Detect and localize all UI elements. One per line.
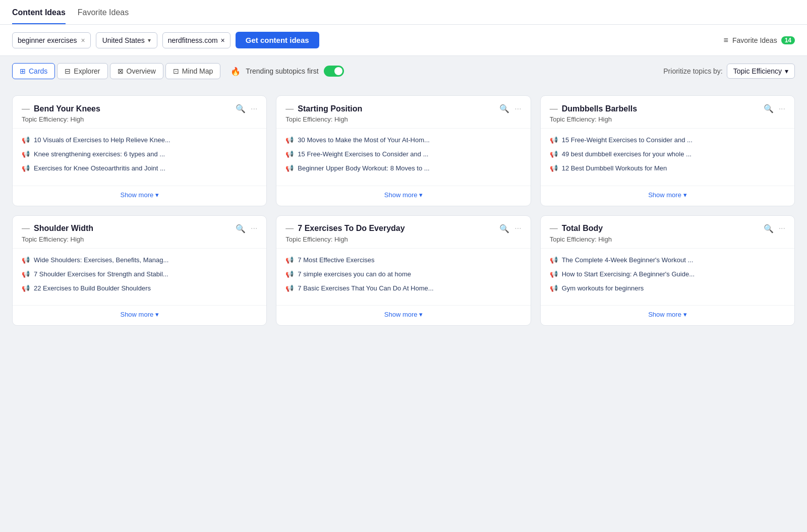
more-options-icon[interactable]: ··· — [251, 224, 257, 233]
card-efficiency: Topic Efficiency: High — [22, 115, 257, 123]
card-item-text: 15 Free-Weight Exercises to Consider and… — [298, 150, 428, 159]
card-body: 📢 Wide Shoulders: Exercises, Benefits, M… — [13, 249, 266, 306]
favorite-count-badge: 14 — [781, 36, 795, 44]
view-mindmap-button[interactable]: ⊡ Mind Map — [165, 63, 220, 79]
megaphone-icon: 📢 — [550, 150, 558, 159]
card-title: Starting Position — [298, 104, 494, 113]
header: Content Ideas Favorite Ideas — [0, 0, 807, 25]
collapse-icon[interactable]: — — [285, 224, 294, 233]
mindmap-icon: ⊡ — [173, 67, 179, 75]
card-item-text: 7 Shoulder Exercises for Strength and St… — [34, 270, 168, 279]
card-item: 📢 12 Best Dumbbell Workouts for Men — [550, 164, 785, 173]
search-icon[interactable]: 🔍 — [764, 104, 774, 113]
card-item-text: 15 Free-Weight Exercises to Consider and… — [562, 136, 693, 145]
card-header: — Shoulder Width 🔍 ··· Topic Efficiency:… — [13, 216, 266, 249]
card-item-text: 10 Visuals of Exercises to Help Relieve … — [34, 136, 170, 145]
favorite-ideas-button[interactable]: ≡ Favorite Ideas 14 — [724, 36, 795, 45]
collapse-icon[interactable]: — — [550, 224, 558, 233]
card-item: 📢 10 Visuals of Exercises to Help Reliev… — [22, 136, 257, 145]
megaphone-icon: 📢 — [285, 136, 294, 145]
card-body: 📢 The Complete 4-Week Beginner's Workout… — [541, 249, 794, 306]
more-options-icon[interactable]: ··· — [779, 104, 785, 113]
collapse-icon[interactable]: — — [285, 104, 294, 113]
prioritize-chevron-icon: ▾ — [785, 67, 788, 75]
card-item: 📢 15 Free-Weight Exercises to Consider a… — [550, 136, 785, 145]
card-header: — Bend Your Knees 🔍 ··· Topic Efficiency… — [13, 96, 266, 129]
card-efficiency: Topic Efficiency: High — [22, 235, 257, 243]
megaphone-icon: 📢 — [550, 136, 558, 145]
search-icon[interactable]: 🔍 — [764, 224, 774, 233]
view-overview-button[interactable]: ⊠ Overview — [110, 63, 163, 79]
card-title: Dumbbells Barbells — [562, 104, 759, 113]
search-icon[interactable]: 🔍 — [236, 224, 246, 233]
more-options-icon[interactable]: ··· — [514, 104, 521, 113]
card-item: 📢 7 simple exercises you can do at home — [285, 270, 521, 279]
tab-content-ideas[interactable]: Content Ideas — [12, 8, 66, 24]
show-more-button[interactable]: Show more ▾ — [13, 305, 266, 325]
prioritize-section: Prioritize topics by: Topic Efficiency ▾ — [663, 64, 795, 79]
collapse-icon[interactable]: — — [22, 104, 30, 113]
card-item: 📢 Wide Shoulders: Exercises, Benefits, M… — [22, 256, 257, 265]
megaphone-icon: 📢 — [22, 136, 30, 145]
explorer-label: Explorer — [74, 67, 100, 75]
show-more-button[interactable]: Show more ▾ — [541, 305, 794, 325]
view-cards-button[interactable]: ⊞ Cards — [12, 63, 55, 79]
country-select[interactable]: United States ▾ — [96, 32, 157, 48]
trending-toggle[interactable] — [324, 66, 344, 77]
card-item-text: 7 Most Effective Exercises — [298, 256, 374, 265]
keyword-value: beginner exercises — [18, 36, 77, 44]
search-icon[interactable]: 🔍 — [499, 104, 509, 113]
mindmap-label: Mind Map — [182, 67, 213, 75]
domain-value: nerdfitness.com — [168, 36, 218, 44]
tab-favorite-ideas[interactable]: Favorite Ideas — [78, 8, 129, 24]
card-item: 📢 Beginner Upper Body Workout: 8 Moves t… — [285, 164, 521, 173]
card-body: 📢 7 Most Effective Exercises 📢 7 simple … — [276, 249, 530, 306]
fire-icon: 🔥 — [230, 67, 241, 76]
card-efficiency: Topic Efficiency: High — [285, 115, 521, 123]
keyword-clear-button[interactable]: × — [81, 36, 85, 44]
search-icon[interactable]: 🔍 — [499, 224, 509, 233]
show-more-button[interactable]: Show more ▾ — [541, 186, 794, 206]
card-header: — Dumbbells Barbells 🔍 ··· Topic Efficie… — [541, 96, 794, 129]
more-options-icon[interactable]: ··· — [514, 224, 521, 233]
more-options-icon[interactable]: ··· — [251, 104, 257, 113]
prioritize-label: Prioritize topics by: — [663, 67, 722, 75]
card-item-text: Knee strengthening exercises: 6 types an… — [34, 150, 165, 159]
card-item-text: 7 Basic Exercises That You Can Do At Hom… — [298, 284, 433, 293]
megaphone-icon: 📢 — [550, 270, 558, 279]
collapse-icon[interactable]: — — [550, 104, 558, 113]
show-more-button[interactable]: Show more ▾ — [276, 305, 530, 325]
card-item-text: How to Start Exercising: A Beginner's Gu… — [562, 270, 695, 279]
card-item: 📢 22 Exercises to Build Boulder Shoulder… — [22, 284, 257, 293]
get-content-ideas-button[interactable]: Get content ideas — [236, 32, 319, 48]
megaphone-icon: 📢 — [550, 256, 558, 265]
view-controls: ⊞ Cards ⊟ Explorer ⊠ Overview ⊡ Mind Map… — [0, 56, 807, 86]
megaphone-icon: 📢 — [22, 284, 30, 293]
keyword-chip[interactable]: beginner exercises × — [12, 32, 91, 48]
card-item-text: Gym workouts for beginners — [562, 284, 644, 293]
megaphone-icon: 📢 — [550, 284, 558, 293]
card-item: 📢 7 Basic Exercises That You Can Do At H… — [285, 284, 521, 293]
card-item-text: 7 simple exercises you can do at home — [298, 270, 411, 279]
card-body: 📢 10 Visuals of Exercises to Help Reliev… — [13, 129, 266, 186]
view-explorer-button[interactable]: ⊟ Explorer — [57, 63, 107, 79]
collapse-icon[interactable]: — — [22, 224, 30, 233]
card-body: 📢 15 Free-Weight Exercises to Consider a… — [541, 129, 794, 186]
search-icon[interactable]: 🔍 — [236, 104, 246, 113]
card-2: — Starting Position 🔍 ··· Topic Efficien… — [276, 95, 531, 206]
cards-icon: ⊞ — [20, 67, 26, 75]
show-more-button[interactable]: Show more ▾ — [276, 186, 530, 206]
card-5: — 7 Exercises To Do Everyday 🔍 ··· Topic… — [276, 215, 531, 326]
megaphone-icon: 📢 — [285, 164, 294, 173]
tabs-row: Content Ideas Favorite Ideas — [12, 8, 795, 24]
card-title-row: — Total Body 🔍 ··· — [550, 224, 785, 233]
prioritize-dropdown[interactable]: Topic Efficiency ▾ — [727, 64, 795, 79]
card-efficiency: Topic Efficiency: High — [550, 235, 785, 243]
domain-clear-button[interactable]: × — [221, 36, 225, 44]
domain-chip[interactable]: nerdfitness.com × — [162, 32, 230, 48]
show-more-button[interactable]: Show more ▾ — [13, 186, 266, 206]
cards-label: Cards — [29, 67, 47, 75]
more-options-icon[interactable]: ··· — [779, 224, 785, 233]
megaphone-icon: 📢 — [22, 164, 30, 173]
card-item: 📢 Knee strengthening exercises: 6 types … — [22, 150, 257, 159]
